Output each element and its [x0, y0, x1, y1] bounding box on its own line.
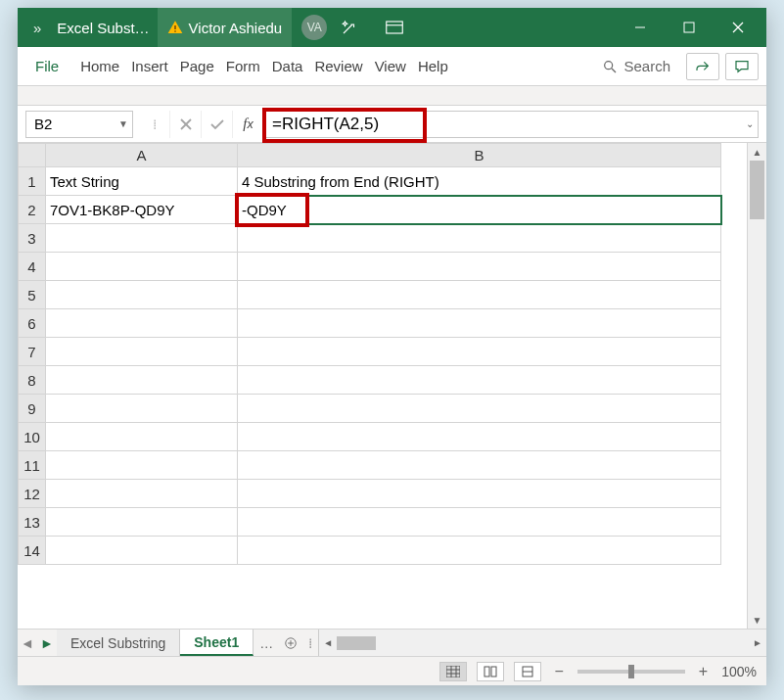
horizontal-scrollbar[interactable]: ◄ ►	[318, 630, 766, 656]
scroll-down-icon[interactable]: ▼	[748, 611, 766, 629]
menu-view[interactable]: View	[369, 58, 412, 74]
cell-B2[interactable]: -QD9Y	[238, 196, 721, 224]
tab-nav-next[interactable]: ►	[37, 630, 57, 656]
cell-A4[interactable]	[46, 253, 238, 281]
cell-A6[interactable]	[46, 309, 238, 338]
cell-A1[interactable]: Text String	[46, 167, 238, 196]
zoom-thumb[interactable]	[628, 665, 634, 678]
cancel-formula-button[interactable]	[170, 111, 202, 138]
cell-B5[interactable]	[238, 281, 721, 309]
cell-B12[interactable]	[238, 480, 721, 508]
menu-help[interactable]: Help	[412, 58, 454, 74]
maximize-button[interactable]	[665, 8, 714, 47]
close-button[interactable]	[714, 8, 762, 47]
scroll-up-icon[interactable]: ▲	[748, 143, 766, 161]
hscroll-right-icon[interactable]: ►	[749, 637, 766, 648]
user-avatar[interactable]: VA	[301, 15, 327, 40]
hscroll-left-icon[interactable]: ◄	[319, 637, 337, 648]
name-box[interactable]: B2 ▼	[25, 111, 133, 138]
grid[interactable]: A B 1 Text String 4 Substring from End (…	[18, 143, 747, 629]
view-page-break-button[interactable]	[514, 662, 541, 681]
cell-B1[interactable]: 4 Substring from End (RIGHT)	[238, 167, 721, 196]
cell-A8[interactable]	[46, 366, 238, 395]
cell-A3[interactable]	[46, 224, 238, 253]
row-header-1[interactable]: 1	[19, 167, 46, 196]
menu-file[interactable]: File	[25, 58, 74, 74]
cell-A2[interactable]: 7OV1-BK8P-QD9Y	[46, 196, 238, 224]
menu-page[interactable]: Page	[174, 58, 220, 74]
menu-formulas[interactable]: Form	[220, 58, 266, 74]
tab-menu[interactable]: ⁞	[302, 630, 318, 656]
cell-A9[interactable]	[46, 395, 238, 423]
cell-B4[interactable]	[238, 253, 721, 281]
cell-B9[interactable]	[238, 395, 721, 423]
row-header-5[interactable]: 5	[19, 281, 46, 309]
cell-B14[interactable]	[238, 537, 721, 565]
tab-overflow[interactable]: …	[254, 630, 279, 656]
document-name[interactable]: Excel Subst…	[53, 20, 157, 36]
sheet-tab-active[interactable]: Sheet1	[180, 630, 254, 656]
select-all-corner[interactable]	[19, 144, 46, 167]
formula-text: =RIGHT(A2,5)	[272, 115, 379, 134]
minimize-button[interactable]	[616, 8, 665, 47]
cell-A13[interactable]	[46, 508, 238, 537]
cell-B7[interactable]	[238, 338, 721, 366]
menu-home[interactable]: Home	[74, 58, 125, 74]
cell-A14[interactable]	[46, 537, 238, 565]
cell-B10[interactable]	[238, 423, 721, 451]
zoom-slider[interactable]	[577, 670, 685, 674]
row-header-7[interactable]: 7	[19, 338, 46, 366]
autosave-warning[interactable]: Victor Ashiedu	[158, 8, 293, 47]
row-header-6[interactable]: 6	[19, 309, 46, 338]
cell-A12[interactable]	[46, 480, 238, 508]
col-header-B[interactable]: B	[238, 144, 721, 167]
menu-data[interactable]: Data	[266, 58, 309, 74]
menu-review[interactable]: Review	[308, 58, 368, 74]
cell-B13[interactable]	[238, 508, 721, 537]
sheet-tab-inactive[interactable]: Excel Substring	[57, 630, 180, 656]
cell-B6[interactable]	[238, 309, 721, 338]
col-header-A[interactable]: A	[46, 144, 238, 167]
cell-B8[interactable]	[238, 366, 721, 395]
formula-expand[interactable]: ⁞	[139, 111, 170, 138]
formula-input[interactable]: =RIGHT(A2,5) ⌄	[264, 111, 759, 138]
row-header-13[interactable]: 13	[19, 508, 46, 537]
insert-function-button[interactable]: fx	[233, 111, 264, 138]
cell-A10[interactable]	[46, 423, 238, 451]
zoom-out-button[interactable]: −	[551, 663, 568, 680]
search-box[interactable]: Search	[592, 58, 680, 74]
hscroll-thumb[interactable]	[337, 636, 376, 650]
zoom-value[interactable]: 100%	[721, 664, 757, 679]
row-header-9[interactable]: 9	[19, 395, 46, 423]
comments-button[interactable]	[725, 53, 759, 80]
cell-A11[interactable]	[46, 451, 238, 480]
enter-formula-button[interactable]	[202, 111, 233, 138]
vertical-scrollbar[interactable]: ▲ ▼	[747, 143, 766, 629]
menu-insert[interactable]: Insert	[125, 58, 174, 74]
row-header-4[interactable]: 4	[19, 253, 46, 281]
vscroll-thumb[interactable]	[750, 161, 764, 219]
titlebar-overflow[interactable]: »	[22, 20, 53, 36]
row-header-3[interactable]: 3	[19, 224, 46, 253]
new-sheet-button[interactable]	[279, 630, 302, 656]
share-button[interactable]	[686, 53, 719, 80]
row-header-11[interactable]: 11	[19, 451, 46, 480]
name-box-dropdown-icon[interactable]: ▼	[118, 118, 128, 129]
cell-A5[interactable]	[46, 281, 238, 309]
ribbon-display-options[interactable]	[372, 8, 417, 47]
tab-nav-prev[interactable]: ◄	[18, 630, 37, 656]
row-header-12[interactable]: 12	[19, 480, 46, 508]
quick-access-wand[interactable]	[327, 8, 372, 47]
view-page-layout-button[interactable]	[477, 662, 504, 681]
row-header-8[interactable]: 8	[19, 366, 46, 395]
cell-B11[interactable]	[238, 451, 721, 480]
zoom-in-button[interactable]: +	[695, 663, 712, 680]
row-header-14[interactable]: 14	[19, 537, 46, 565]
row-header-2[interactable]: 2	[19, 196, 46, 224]
cell-A7[interactable]	[46, 338, 238, 366]
cell-B3[interactable]	[238, 224, 721, 253]
row-header-10[interactable]: 10	[19, 423, 46, 451]
view-normal-button[interactable]	[439, 662, 467, 681]
close-icon	[732, 22, 744, 33]
formula-expand-icon[interactable]: ⌄	[746, 118, 754, 129]
